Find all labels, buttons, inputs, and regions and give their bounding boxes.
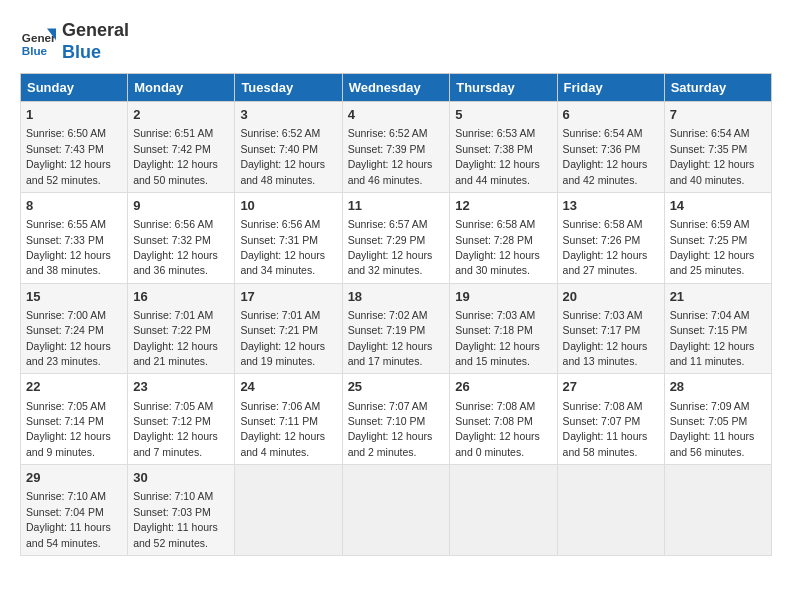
- logo-icon: General Blue: [20, 24, 56, 60]
- calendar-cell: 10Sunrise: 6:56 AMSunset: 7:31 PMDayligh…: [235, 192, 342, 283]
- day-info: Sunrise: 6:54 AMSunset: 7:35 PMDaylight:…: [670, 127, 755, 185]
- day-header-thursday: Thursday: [450, 74, 557, 102]
- calendar-cell: 17Sunrise: 7:01 AMSunset: 7:21 PMDayligh…: [235, 283, 342, 374]
- calendar-cell: 2Sunrise: 6:51 AMSunset: 7:42 PMDaylight…: [128, 102, 235, 193]
- header: General Blue General Blue: [20, 20, 772, 63]
- svg-text:Blue: Blue: [22, 43, 48, 56]
- logo-text: General Blue: [62, 20, 129, 63]
- day-number: 21: [670, 288, 766, 306]
- day-info: Sunrise: 6:53 AMSunset: 7:38 PMDaylight:…: [455, 127, 540, 185]
- calendar-cell: [342, 465, 450, 556]
- calendar-cell: 3Sunrise: 6:52 AMSunset: 7:40 PMDaylight…: [235, 102, 342, 193]
- calendar-cell: 14Sunrise: 6:59 AMSunset: 7:25 PMDayligh…: [664, 192, 771, 283]
- day-number: 13: [563, 197, 659, 215]
- day-number: 22: [26, 378, 122, 396]
- calendar-cell: 18Sunrise: 7:02 AMSunset: 7:19 PMDayligh…: [342, 283, 450, 374]
- calendar-cell: 28Sunrise: 7:09 AMSunset: 7:05 PMDayligh…: [664, 374, 771, 465]
- day-number: 14: [670, 197, 766, 215]
- day-header-saturday: Saturday: [664, 74, 771, 102]
- calendar-cell: 13Sunrise: 6:58 AMSunset: 7:26 PMDayligh…: [557, 192, 664, 283]
- day-number: 6: [563, 106, 659, 124]
- day-header-wednesday: Wednesday: [342, 74, 450, 102]
- day-number: 8: [26, 197, 122, 215]
- day-number: 27: [563, 378, 659, 396]
- week-row-4: 22Sunrise: 7:05 AMSunset: 7:14 PMDayligh…: [21, 374, 772, 465]
- day-info: Sunrise: 6:56 AMSunset: 7:32 PMDaylight:…: [133, 218, 218, 276]
- day-number: 11: [348, 197, 445, 215]
- calendar-cell: 9Sunrise: 6:56 AMSunset: 7:32 PMDaylight…: [128, 192, 235, 283]
- calendar-cell: 8Sunrise: 6:55 AMSunset: 7:33 PMDaylight…: [21, 192, 128, 283]
- calendar-cell: 4Sunrise: 6:52 AMSunset: 7:39 PMDaylight…: [342, 102, 450, 193]
- calendar-cell: 7Sunrise: 6:54 AMSunset: 7:35 PMDaylight…: [664, 102, 771, 193]
- day-info: Sunrise: 6:55 AMSunset: 7:33 PMDaylight:…: [26, 218, 111, 276]
- calendar-cell: 1Sunrise: 6:50 AMSunset: 7:43 PMDaylight…: [21, 102, 128, 193]
- header-row: SundayMondayTuesdayWednesdayThursdayFrid…: [21, 74, 772, 102]
- day-number: 12: [455, 197, 551, 215]
- calendar-cell: [450, 465, 557, 556]
- day-number: 4: [348, 106, 445, 124]
- calendar-cell: 25Sunrise: 7:07 AMSunset: 7:10 PMDayligh…: [342, 374, 450, 465]
- calendar-cell: 29Sunrise: 7:10 AMSunset: 7:04 PMDayligh…: [21, 465, 128, 556]
- day-info: Sunrise: 6:59 AMSunset: 7:25 PMDaylight:…: [670, 218, 755, 276]
- day-info: Sunrise: 7:08 AMSunset: 7:07 PMDaylight:…: [563, 400, 648, 458]
- day-number: 5: [455, 106, 551, 124]
- calendar-cell: 11Sunrise: 6:57 AMSunset: 7:29 PMDayligh…: [342, 192, 450, 283]
- calendar-cell: 27Sunrise: 7:08 AMSunset: 7:07 PMDayligh…: [557, 374, 664, 465]
- calendar-cell: 15Sunrise: 7:00 AMSunset: 7:24 PMDayligh…: [21, 283, 128, 374]
- day-info: Sunrise: 6:56 AMSunset: 7:31 PMDaylight:…: [240, 218, 325, 276]
- calendar-cell: 24Sunrise: 7:06 AMSunset: 7:11 PMDayligh…: [235, 374, 342, 465]
- calendar-cell: [235, 465, 342, 556]
- day-info: Sunrise: 6:52 AMSunset: 7:39 PMDaylight:…: [348, 127, 433, 185]
- day-number: 28: [670, 378, 766, 396]
- day-info: Sunrise: 6:58 AMSunset: 7:28 PMDaylight:…: [455, 218, 540, 276]
- calendar-cell: 20Sunrise: 7:03 AMSunset: 7:17 PMDayligh…: [557, 283, 664, 374]
- day-number: 30: [133, 469, 229, 487]
- day-info: Sunrise: 7:03 AMSunset: 7:17 PMDaylight:…: [563, 309, 648, 367]
- day-info: Sunrise: 7:01 AMSunset: 7:22 PMDaylight:…: [133, 309, 218, 367]
- day-info: Sunrise: 7:01 AMSunset: 7:21 PMDaylight:…: [240, 309, 325, 367]
- day-number: 1: [26, 106, 122, 124]
- week-row-5: 29Sunrise: 7:10 AMSunset: 7:04 PMDayligh…: [21, 465, 772, 556]
- day-number: 19: [455, 288, 551, 306]
- day-info: Sunrise: 7:07 AMSunset: 7:10 PMDaylight:…: [348, 400, 433, 458]
- day-info: Sunrise: 7:04 AMSunset: 7:15 PMDaylight:…: [670, 309, 755, 367]
- calendar-cell: 16Sunrise: 7:01 AMSunset: 7:22 PMDayligh…: [128, 283, 235, 374]
- day-info: Sunrise: 7:10 AMSunset: 7:04 PMDaylight:…: [26, 490, 111, 548]
- day-info: Sunrise: 7:10 AMSunset: 7:03 PMDaylight:…: [133, 490, 218, 548]
- day-info: Sunrise: 6:50 AMSunset: 7:43 PMDaylight:…: [26, 127, 111, 185]
- day-info: Sunrise: 7:09 AMSunset: 7:05 PMDaylight:…: [670, 400, 755, 458]
- calendar-cell: 21Sunrise: 7:04 AMSunset: 7:15 PMDayligh…: [664, 283, 771, 374]
- week-row-2: 8Sunrise: 6:55 AMSunset: 7:33 PMDaylight…: [21, 192, 772, 283]
- calendar-cell: 6Sunrise: 6:54 AMSunset: 7:36 PMDaylight…: [557, 102, 664, 193]
- day-number: 16: [133, 288, 229, 306]
- day-number: 17: [240, 288, 336, 306]
- calendar-cell: 12Sunrise: 6:58 AMSunset: 7:28 PMDayligh…: [450, 192, 557, 283]
- calendar-cell: [557, 465, 664, 556]
- calendar-cell: [664, 465, 771, 556]
- day-info: Sunrise: 6:52 AMSunset: 7:40 PMDaylight:…: [240, 127, 325, 185]
- day-number: 7: [670, 106, 766, 124]
- day-info: Sunrise: 7:05 AMSunset: 7:14 PMDaylight:…: [26, 400, 111, 458]
- day-info: Sunrise: 7:08 AMSunset: 7:08 PMDaylight:…: [455, 400, 540, 458]
- day-info: Sunrise: 6:58 AMSunset: 7:26 PMDaylight:…: [563, 218, 648, 276]
- day-number: 29: [26, 469, 122, 487]
- calendar-cell: 22Sunrise: 7:05 AMSunset: 7:14 PMDayligh…: [21, 374, 128, 465]
- calendar-cell: 23Sunrise: 7:05 AMSunset: 7:12 PMDayligh…: [128, 374, 235, 465]
- day-number: 20: [563, 288, 659, 306]
- day-header-sunday: Sunday: [21, 74, 128, 102]
- day-info: Sunrise: 7:00 AMSunset: 7:24 PMDaylight:…: [26, 309, 111, 367]
- day-info: Sunrise: 7:03 AMSunset: 7:18 PMDaylight:…: [455, 309, 540, 367]
- day-number: 26: [455, 378, 551, 396]
- calendar-cell: 5Sunrise: 6:53 AMSunset: 7:38 PMDaylight…: [450, 102, 557, 193]
- day-header-monday: Monday: [128, 74, 235, 102]
- week-row-3: 15Sunrise: 7:00 AMSunset: 7:24 PMDayligh…: [21, 283, 772, 374]
- day-number: 9: [133, 197, 229, 215]
- day-number: 23: [133, 378, 229, 396]
- day-info: Sunrise: 7:05 AMSunset: 7:12 PMDaylight:…: [133, 400, 218, 458]
- day-header-tuesday: Tuesday: [235, 74, 342, 102]
- logo: General Blue General Blue: [20, 20, 129, 63]
- day-info: Sunrise: 7:06 AMSunset: 7:11 PMDaylight:…: [240, 400, 325, 458]
- day-info: Sunrise: 7:02 AMSunset: 7:19 PMDaylight:…: [348, 309, 433, 367]
- day-info: Sunrise: 6:54 AMSunset: 7:36 PMDaylight:…: [563, 127, 648, 185]
- day-number: 18: [348, 288, 445, 306]
